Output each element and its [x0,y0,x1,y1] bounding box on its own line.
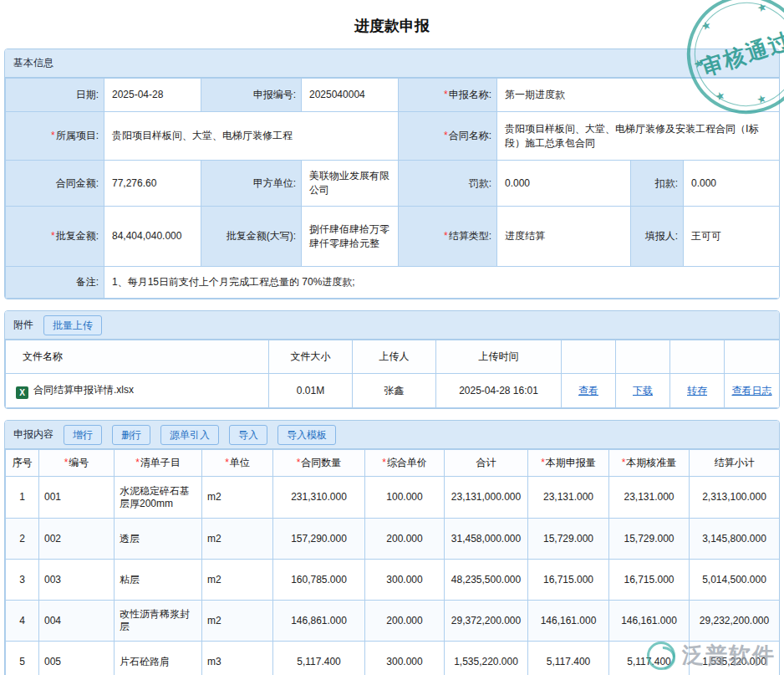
column-header-subtotal: 结算小计 [690,450,780,477]
label-deduction-text: 扣款: [655,177,678,189]
cell-contract-qty: 146,861.000 [273,601,365,642]
required-mark: * [444,130,448,141]
label-declaration-name: *申报名称: [399,79,497,112]
file-size-cell: 0.01M [269,374,353,408]
label-declaration-no-text: 申报编号: [253,89,296,100]
column-header-seq-text: 序号 [13,457,33,468]
cell-subtotal: 29,232,200.000 [690,601,780,642]
value-deduction: 0.000 [684,161,780,207]
required-mark: * [135,457,140,468]
cell-seq: 2 [6,519,39,560]
value-project: 贵阳项目样板间、大堂、电梯厅装修工程 [104,112,399,161]
declaration-row: 1 001 水泥稳定碎石基层厚200mm m2 231,310.000 100.… [6,477,780,519]
value-remark: 1、每月15日前支付上个月完成工程总量的 70%进度款; [104,267,780,299]
label-approved-amount-text: 批复金额: [56,230,99,242]
required-mark: * [51,130,55,141]
cell-code: 001 [39,477,115,519]
cell-declared-qty: 5,117.400 [528,642,609,675]
cell-code: 003 [39,560,115,601]
label-declaration-no: 申报编号: [201,79,302,112]
value-declaration-no: 2025040004 [302,79,399,112]
cell-seq: 1 [6,477,39,519]
column-header-declared-qty: *本期申报量 [528,450,609,477]
value-date: 2025-04-28 [104,79,201,112]
transfer-link[interactable]: 转存 [687,385,707,396]
attachments-title: 附件 [13,318,33,332]
view-link[interactable]: 查看 [578,385,598,396]
attachments-section: 附件 批量上传 文件名称 文件大小 上传人 上传时间 X合同结算申报详情.xls… [4,310,780,409]
label-project-text: 所属项目: [56,130,99,141]
label-preparer: 填报人: [631,207,684,267]
download-link[interactable]: 下载 [633,385,653,396]
cell-declared-qty: 146,161.000 [528,601,609,642]
cell-contract-qty: 231,310.000 [273,477,365,519]
file-name: 合同结算申报详情.xlsx [33,384,134,396]
label-contract-amount: 合同金额: [6,161,104,207]
declaration-header-row: 序号 *编号 *清单子目 *单位 *合同数量 *综合单价 合计 *本期申报量 *… [6,450,780,477]
cell-code: 005 [39,642,115,675]
cell-declared-qty: 15,729.000 [528,519,609,560]
label-remark-text: 备注: [76,276,99,288]
cell-approved-qty: 15,729.000 [609,519,690,560]
cell-unit-price: 300.000 [365,642,445,675]
required-mark: * [297,457,301,468]
value-approved-amount-caps: 捌仟肆佰肆拾万零肆仟零肆拾元整 [302,207,399,267]
value-settlement-type: 进度结算 [497,207,631,267]
required-mark: * [382,457,386,468]
label-settlement-type: *结算类型: [399,207,497,267]
required-mark: * [51,230,55,242]
value-penalty: 0.000 [497,161,631,207]
cell-unit-price: 200.000 [365,601,445,642]
label-project: *所属项目: [6,112,104,161]
add-row-button[interactable]: 增行 [64,425,102,445]
cell-unit: m3 [202,642,273,675]
declaration-row: 5 005 片石砼路肩 m3 5,117.400 300.000 1,535,2… [6,642,780,675]
declaration-row: 3 003 粘层 m2 160,785.000 300.000 48,235,5… [6,560,780,601]
column-header-spacer [616,340,670,374]
column-header-spacer [562,340,616,374]
cell-unit: m2 [202,477,273,519]
column-header-unit-text: 单位 [230,457,250,468]
label-party-a-text: 甲方单位: [253,177,296,189]
label-date: 日期: [6,79,104,112]
label-party-a: 甲方单位: [201,161,302,207]
column-header-contract-qty: *合同数量 [273,450,365,477]
cell-approved-qty: 5,117.400 [609,642,690,675]
source-doc-import-button[interactable]: 源单引入 [160,425,219,445]
upload-time-cell: 2025-04-28 16:01 [436,374,562,408]
cell-subtotal: 1,535,220.000 [690,642,780,675]
column-header-file-name: 文件名称 [6,340,269,374]
label-preparer-text: 填报人: [645,230,678,242]
cell-contract-qty: 5,117.400 [273,642,365,675]
label-deduction: 扣款: [631,161,684,207]
basic-info-title: 基本信息 [13,56,53,70]
cell-total: 29,372,200.000 [445,601,528,642]
import-template-button[interactable]: 导入模板 [277,425,336,445]
import-button[interactable]: 导入 [229,425,267,445]
cell-code: 004 [39,601,115,642]
cell-unit: m2 [202,519,273,560]
view-log-link[interactable]: 查看日志 [732,385,772,396]
column-header-spacer [670,340,725,374]
column-header-upload-time: 上传时间 [436,340,562,374]
cell-total: 23,131,000.000 [445,477,528,519]
label-date-text: 日期: [76,89,99,100]
delete-row-button[interactable]: 删行 [112,425,150,445]
cell-seq: 5 [6,642,39,675]
basic-info-row: 合同金额: 77,276.60 甲方单位: 美联物业发展有限公司 罚款: 0.0… [6,161,780,207]
required-mark: * [444,89,448,100]
column-header-unit: *单位 [202,450,273,477]
basic-info-row: *批复金额: 84,404,040.000 批复金额(大写): 捌仟肆佰肆拾万零… [6,207,780,267]
column-header-spacer [725,340,780,374]
batch-upload-button[interactable]: 批量上传 [43,315,102,335]
cell-item-name: 水泥稳定碎石基层厚200mm [115,477,202,519]
label-penalty-text: 罚款: [469,177,491,189]
column-header-uploader: 上传人 [353,340,436,374]
label-contract-name: *合同名称: [399,112,497,161]
page-title: 进度款申报 [0,0,784,49]
required-mark: * [444,230,448,242]
label-declaration-name-text: 申报名称: [449,89,491,100]
required-mark: * [64,457,69,468]
basic-info-table: 日期: 2025-04-28 申报编号: 2025040004 *申报名称: 第… [5,78,780,299]
label-settlement-type-text: 结算类型: [449,230,491,242]
